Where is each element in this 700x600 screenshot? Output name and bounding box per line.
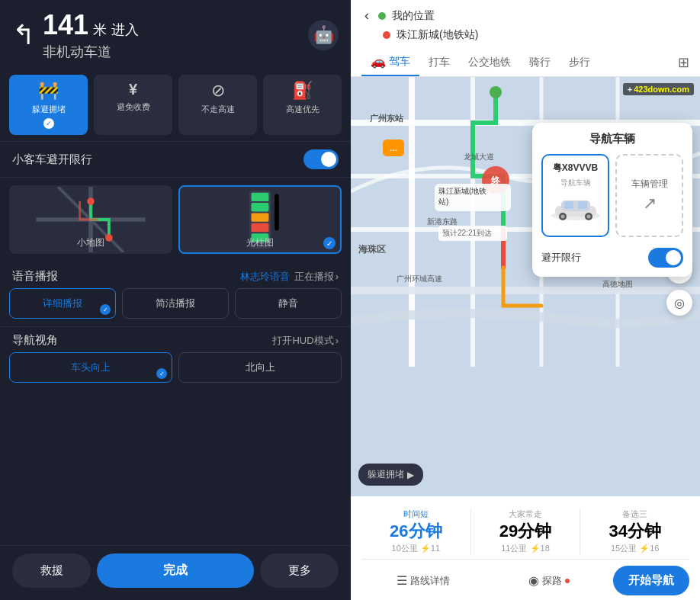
more-button[interactable]: 更多: [260, 553, 339, 588]
angle-opt-head-up[interactable]: 车头向上 ✓: [9, 352, 172, 383]
route-3-detail: 15公里 ⚡16: [583, 543, 686, 554]
svg-rect-43: [564, 201, 573, 209]
highway-first-label: 高速优先: [286, 104, 319, 115]
voice-silent-label: 静音: [278, 297, 298, 309]
route-opt-highway-first[interactable]: ⛽ 高速优先: [263, 75, 342, 135]
left-panel: ↰ 141 米 进入 非机动车道 🤖 🚧 躲避拥堵 ✓ ¥ 避免收费 ⊘ 不走高…: [0, 0, 351, 600]
voice-brief-label: 简洁播报: [156, 297, 195, 309]
svg-rect-10: [252, 213, 269, 221]
svg-text:高德地图: 高德地图: [602, 280, 633, 288]
voice-opt-detailed[interactable]: 详细播报 ✓: [9, 288, 116, 319]
avoid-restriction-toggle[interactable]: [303, 149, 339, 169]
voice-link[interactable]: 林志玲语音 正在播报 ›: [240, 270, 339, 284]
watermark-plus: +: [628, 85, 632, 94]
nav-view-header: 导航视角 打开HUD模式 ›: [0, 326, 351, 352]
avoid-jam-icon: 🚧: [38, 81, 59, 101]
robot-icon: 🤖: [308, 20, 339, 50]
grid-icon[interactable]: ⊞: [678, 54, 689, 71]
turn-arrow-icon: ↰: [12, 21, 35, 49]
route-choice-3[interactable]: 备选三 34分钟 15公里 ⚡16: [580, 504, 689, 559]
distance-unit: 米: [93, 21, 107, 39]
route-1-detail: 10公里 ⚡11: [364, 543, 467, 554]
route-detail-icon: ☰: [397, 573, 407, 588]
angle-options: 车头向上 ✓ 北向上: [0, 352, 351, 390]
nav-road: 非机动车道: [43, 43, 300, 61]
svg-point-48: [586, 215, 590, 219]
car-card-selected[interactable]: 粤X8VVVB 导航车辆: [541, 154, 609, 237]
avoid-restriction-row: 小客车避开限行: [0, 141, 351, 178]
svg-text:龙城大道: 龙城大道: [464, 152, 494, 161]
watermark: + 423down.com: [623, 83, 694, 95]
bottom-bar: 救援 完成 更多: [0, 545, 351, 600]
tab-bike[interactable]: 骑行: [520, 50, 560, 75]
avoid-toll-label: 避免收费: [117, 101, 150, 113]
popup-toggle-row: 避开限行: [541, 245, 683, 268]
rescue-button[interactable]: 救援: [12, 553, 91, 588]
bar-chart-check: ✓: [323, 237, 336, 249]
no-highway-icon: ⊘: [211, 81, 225, 101]
svg-text:珠江新城(地铁: 珠江新城(地铁: [438, 187, 486, 195]
voice-opt-brief[interactable]: 简洁播报: [122, 288, 229, 319]
tab-taxi-label: 打车: [429, 56, 450, 69]
explore-dot: [565, 579, 570, 583]
popup-title: 导航车辆: [541, 132, 683, 146]
popup-cars: 粤X8VVVB 导航车辆: [541, 154, 683, 237]
back-button[interactable]: ‹: [361, 6, 372, 25]
route-3-time: 34分钟: [583, 520, 686, 543]
explore-btn[interactable]: ◉ 探路: [487, 570, 610, 591]
done-button[interactable]: 完成: [97, 553, 254, 588]
action-bar: ☰ 路线详情 ◉ 探路 开始导航: [361, 566, 689, 595]
avoid-map-button[interactable]: 躲避拥堵 ▶: [358, 464, 423, 486]
voice-options: 详细播报 ✓ 简洁播报 静音: [0, 288, 351, 326]
route-options-row: 时间短 26分钟 10公里 ⚡11 大家常走 29分钟 11公里 ⚡18 备选三…: [361, 504, 689, 560]
route-detail-btn[interactable]: ☰ 路线详情: [361, 570, 484, 591]
route-opt-avoid-jam[interactable]: 🚧 躲避拥堵 ✓: [9, 75, 88, 135]
nav-view-title: 导航视角: [12, 333, 58, 348]
avoid-toggle[interactable]: [648, 248, 683, 268]
svg-point-26: [490, 86, 502, 98]
mini-map-label: 小地图: [11, 236, 171, 249]
route-choice-1[interactable]: 时间短 26分钟 10公里 ⚡11: [361, 504, 470, 559]
voice-opt-silent[interactable]: 静音: [235, 288, 342, 319]
start-nav-button[interactable]: 开始导航: [613, 566, 689, 595]
route-1-tag: 时间短: [364, 509, 467, 520]
route-opt-no-highway[interactable]: ⊘ 不走高速: [178, 75, 257, 135]
route-bar: 时间短 26分钟 10公里 ⚡11 大家常走 29分钟 11公里 ⚡18 备选三…: [351, 496, 700, 600]
route-opt-avoid-toll[interactable]: ¥ 避免收费: [94, 75, 172, 135]
tab-walk[interactable]: 步行: [560, 50, 599, 75]
hud-link[interactable]: 打开HUD模式 ›: [272, 334, 339, 348]
tab-bike-label: 骑行: [529, 56, 551, 69]
right-panel: ‹ 我的位置 珠江新城(地铁站) 🚗 驾车 打车 公交地铁 骑行 步行 ⊞: [351, 0, 700, 600]
svg-rect-11: [252, 223, 269, 232]
dest-label: 珠江新城(地铁站): [397, 28, 478, 42]
svg-text:预计22:21到达: 预计22:21到达: [442, 229, 492, 237]
tab-drive-label: 驾车: [389, 55, 410, 69]
tab-bus[interactable]: 公交地铁: [459, 50, 520, 75]
drive-icon: 🚗: [371, 54, 386, 69]
nav-action: 进入: [111, 21, 139, 39]
mini-map-thumb[interactable]: 小地图: [9, 185, 172, 254]
manage-icon: ↗: [643, 194, 657, 213]
tab-drive[interactable]: 🚗 驾车: [361, 48, 419, 76]
bar-chart-label: 光柱图: [180, 236, 340, 249]
route-1-time: 26分钟: [364, 520, 467, 543]
explore-label: 探路: [542, 574, 562, 588]
my-location-label: 我的位置: [392, 9, 435, 23]
top-bar: ‹ 我的位置 珠江新城(地铁站): [351, 0, 700, 48]
svg-rect-44: [578, 201, 587, 209]
mode-tabs: 🚗 驾车 打车 公交地铁 骑行 步行 ⊞: [351, 48, 700, 77]
car-image: [549, 194, 602, 226]
route-3-tag: 备选三: [583, 509, 686, 520]
bar-chart-thumb[interactable]: 光柱图 ✓: [178, 185, 342, 254]
route-choice-2[interactable]: 大家常走 29分钟 11公里 ⚡18: [471, 504, 580, 559]
hud-chevron-icon: ›: [336, 335, 339, 346]
voice-chevron-icon: ›: [336, 271, 339, 282]
vehicle-popup: 导航车辆 粤X8VVVB 导航车辆: [532, 123, 692, 277]
tab-taxi[interactable]: 打车: [419, 50, 459, 75]
location-btn[interactable]: ◎: [666, 290, 692, 316]
car-plate: 粤X8VVVB: [553, 162, 598, 175]
manage-card[interactable]: 车辆管理 ↗: [615, 154, 683, 237]
angle-opt-north-up[interactable]: 北向上: [178, 352, 342, 383]
avoid-jam-label: 躲避拥堵: [32, 104, 66, 115]
svg-text:广州环城高速: 广州环城高速: [397, 274, 442, 283]
